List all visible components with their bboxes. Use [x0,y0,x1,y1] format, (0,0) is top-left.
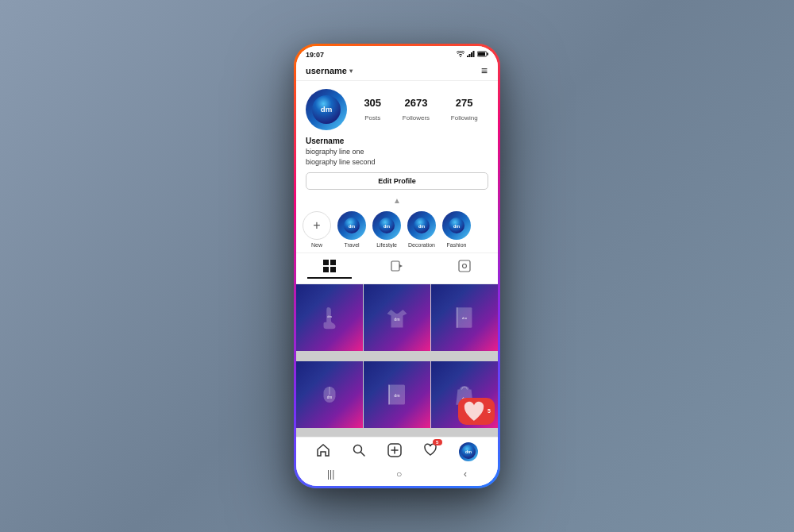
username-dropdown[interactable]: username ▾ [306,66,353,75]
story-circle-travel: dm [337,211,366,240]
svg-text:dm: dm [384,224,390,229]
time-display: 19:07 [306,51,324,59]
svg-rect-19 [323,267,329,272]
svg-rect-6 [488,53,489,56]
svg-rect-1 [469,54,471,57]
svg-text:dm: dm [326,395,332,399]
home-button[interactable]: ○ [396,468,402,480]
stats-container: 305 Posts 2673 Followers 275 Following [353,97,488,123]
likes-badge: 5 [433,439,442,445]
profile-display-name: Username [306,137,488,145]
android-navigation-bar: ||| ○ ‹ [296,465,498,486]
recent-apps-button[interactable]: ||| [327,468,334,480]
story-label-fashion: Fashion [447,242,467,248]
bottom-navigation: 5 dm [296,437,498,465]
svg-rect-20 [330,267,336,272]
svg-line-38 [361,453,365,457]
svg-text:dm: dm [394,392,400,397]
following-stat: 275 Following [451,97,478,123]
svg-text:dm: dm [394,317,400,322]
grid-post-4[interactable]: dm [296,361,363,428]
profile-nav-button[interactable]: dm [459,442,478,461]
grid-post-5[interactable]: dm [364,361,430,428]
story-label-lifestyle: Lifestyle [376,242,397,248]
scroll-up-icon: ▲ [393,196,401,205]
following-count: 275 [451,97,478,109]
posts-grid: dm dm [296,284,498,437]
likes-nav-button[interactable]: 5 [423,443,437,461]
likes-badge-count: 5 [436,440,438,445]
tab-tagged[interactable] [442,258,487,279]
svg-marker-22 [399,264,403,268]
tab-grid[interactable] [307,258,352,279]
svg-text:dm: dm [465,449,472,454]
story-item-lifestyle[interactable]: dm Lifestyle [372,211,401,248]
grid-post-3[interactable]: dm [431,284,498,351]
svg-rect-3 [473,51,475,57]
svg-point-24 [462,264,466,268]
signal-icon [467,51,475,59]
story-circle-fashion: dm [442,211,471,240]
top-navigation: username ▾ ≡ [296,61,498,81]
search-nav-button[interactable] [352,443,366,461]
svg-rect-5 [478,52,485,56]
bio-line-2: biography line second [306,157,488,168]
svg-rect-21 [391,261,399,271]
add-nav-button[interactable] [387,443,402,461]
scroll-indicator: ▲ [296,195,498,206]
like-badge: 5 [458,398,495,425]
phone-device: 19:07 [294,44,500,488]
edit-profile-button[interactable]: Edit Profile [306,172,488,190]
back-button[interactable]: ‹ [464,468,467,480]
menu-icon[interactable]: ≡ [481,64,488,77]
new-story-label: New [311,242,322,248]
story-item-fashion[interactable]: dm Fashion [442,211,471,248]
svg-rect-0 [467,56,468,57]
new-story-item[interactable]: + New [303,211,331,248]
plus-icon: + [313,218,320,233]
chevron-down-icon: ▾ [349,67,353,75]
svg-rect-23 [459,260,470,272]
home-nav-button[interactable] [316,443,330,461]
svg-text:dm: dm [418,224,425,229]
new-story-circle: + [303,211,331,240]
wifi-icon [457,51,464,59]
svg-text:dm: dm [453,224,460,229]
avatar: dm [306,89,347,130]
svg-text:dm: dm [321,105,333,114]
grid-post-6[interactable]: dm 5 [431,361,498,428]
phone-screen: 19:07 [296,46,498,486]
posts-label: Posts [364,114,380,121]
status-icons [457,51,488,59]
followers-count: 2673 [403,97,430,109]
stories-row: + New dm Travel [296,206,498,253]
following-label: Following [451,114,478,121]
story-label-decoration: Decoration [408,242,435,248]
svg-text:dm: dm [327,315,332,318]
grid-post-1[interactable]: dm [296,284,363,351]
like-count: 5 [488,408,491,414]
story-label-travel: Travel [344,242,359,248]
svg-text:dm: dm [462,316,468,320]
posts-count: 305 [364,97,381,109]
followers-label: Followers [403,114,430,121]
posts-stat: 305 Posts [364,97,381,123]
svg-text:dm: dm [349,224,355,229]
profile-tabs [296,253,498,284]
story-circle-lifestyle: dm [372,211,401,240]
nav-username: username [306,66,347,75]
followers-stat: 2673 Followers [403,97,430,123]
story-item-decoration[interactable]: dm Decoration [407,211,436,248]
svg-rect-17 [323,260,329,265]
status-bar: 19:07 [296,46,498,61]
profile-stats-row: dm 305 Posts 2673 Followers 275 Followin… [306,89,488,130]
story-circle-decoration: dm [407,211,436,240]
grid-post-2[interactable]: dm [364,284,430,351]
profile-section: dm 305 Posts 2673 Followers 275 Followin… [296,81,498,195]
story-item-travel[interactable]: dm Travel [337,211,366,248]
battery-icon [477,51,488,59]
bio-line-1: biography line one [306,147,488,157]
svg-rect-2 [471,52,472,57]
tab-video[interactable] [375,258,419,279]
svg-rect-18 [330,260,336,265]
